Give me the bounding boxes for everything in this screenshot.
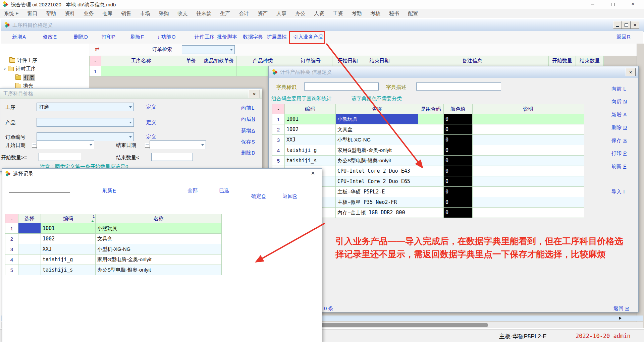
child-minimize-button[interactable] [613, 21, 622, 29]
header-is-combo[interactable]: 是组合码 [418, 104, 444, 114]
next-button[interactable]: 向后N [241, 116, 255, 122]
all-button[interactable]: 全部 [187, 187, 198, 194]
define-product-link[interactable]: 定义 [146, 119, 156, 126]
menu-item-window[interactable]: 窗口 [27, 10, 37, 17]
header-row-number[interactable]: - [89, 56, 101, 66]
tree-item-hourly[interactable]: ∨ 计时工序 [3, 66, 36, 72]
header-process-name[interactable]: 工序名称 [101, 56, 181, 66]
scroll-right-icon[interactable] [619, 317, 622, 320]
header-description[interactable]: 说明 [473, 104, 584, 114]
header-remarks[interactable]: 备注信息 [396, 56, 549, 66]
menu-item-accounts[interactable]: 往来款 [196, 10, 211, 17]
close-icon[interactable]: × [311, 169, 315, 177]
header-order-number[interactable]: 订单编号 [289, 56, 332, 66]
selected-button[interactable]: 已选 [219, 187, 229, 194]
table-row[interactable]: 1 1001 小熊玩具 [5, 223, 222, 234]
table-row[interactable]: 3 XXJ 小型机-XG-NG 0 [272, 135, 584, 145]
menu-item-hr[interactable]: 人事 [276, 10, 286, 17]
new-button[interactable]: 新增A [12, 34, 26, 40]
return-button[interactable]: 返回R [283, 193, 297, 199]
delete-button[interactable]: 删除D [74, 34, 88, 40]
menu-item-secretary[interactable]: 秘书 [389, 10, 399, 17]
table-row[interactable]: 2 1002 文具盒 [5, 234, 222, 244]
select-checkbox-cell[interactable] [18, 234, 41, 244]
header-product-type[interactable]: 产品种类 [237, 56, 289, 66]
dict-id-input[interactable] [304, 82, 379, 91]
menu-item-review[interactable]: 考核 [370, 10, 380, 17]
price-script-button[interactable]: 批价脚本 [217, 34, 237, 40]
product-combobox[interactable] [37, 118, 134, 127]
order-search-combobox[interactable] [182, 45, 235, 54]
process-combobox[interactable]: 打磨 [37, 103, 134, 111]
select-checkbox-cell[interactable] [18, 265, 41, 275]
child-close-button[interactable]: × [631, 21, 639, 29]
tree-item-grinding[interactable]: 打磨 [15, 74, 35, 81]
table-row[interactable]: 1 1001 小熊玩具 0 [272, 114, 584, 124]
prev-button[interactable]: 向前L [241, 105, 254, 111]
header-select[interactable]: 选择 [18, 214, 41, 223]
save-button[interactable]: 保存 S [611, 137, 627, 144]
save-button[interactable]: 保存S [241, 139, 255, 145]
menu-item-config[interactable]: 配置 [408, 10, 418, 17]
add-button[interactable]: 新增A [241, 127, 255, 134]
extended-attributes-button[interactable]: 扩展属性 [267, 34, 287, 40]
delete-button[interactable]: 删除D [241, 150, 255, 156]
close-icon[interactable]: × [631, 1, 635, 7]
menu-item-assets[interactable]: 资产 [258, 10, 268, 17]
tree-item-piecework[interactable]: 计件工序 [9, 57, 37, 64]
close-button[interactable]: × [249, 90, 260, 98]
refresh-button[interactable]: 刷新 F [611, 163, 626, 170]
function-button[interactable]: ↓ 功能O [157, 34, 175, 40]
menu-item-hcm[interactable]: 人资 [314, 10, 324, 17]
prev-button[interactable]: 向前 L [611, 86, 626, 92]
print-button[interactable]: 打印 P [611, 150, 627, 157]
header-code[interactable]: 编码1 [41, 214, 96, 223]
return-button[interactable]: 返回R [616, 34, 631, 40]
swap-icon[interactable]: ⇄ [95, 46, 99, 52]
header-row-number[interactable]: - [5, 214, 18, 223]
header-scrap-deduction[interactable]: 废品扣款单价 [201, 56, 237, 66]
start-qty-input[interactable] [39, 153, 81, 161]
filter-input[interactable] [9, 186, 70, 193]
refresh-button[interactable]: 刷新F [130, 34, 144, 40]
header-end-qty[interactable]: 结束数量 [576, 56, 604, 66]
menu-item-sales[interactable]: 销售 [121, 10, 131, 17]
end-qty-input[interactable] [151, 153, 193, 161]
select-checkbox-cell[interactable] [18, 244, 41, 254]
menu-item-attendance[interactable]: 考勤 [352, 10, 362, 17]
header-start-qty[interactable]: 开始数量 [549, 56, 576, 66]
table-row[interactable]: 3 XXJ 小型机-XG-NG [5, 244, 222, 254]
close-button[interactable]: × [626, 68, 636, 76]
menu-item-data[interactable]: 资料 [65, 10, 75, 17]
menu-item-office[interactable]: 办公 [295, 10, 305, 17]
delete-button[interactable]: 删除 D [611, 124, 627, 131]
next-button[interactable]: 向后 N [611, 99, 627, 105]
header-name[interactable]: 名称 [336, 104, 418, 114]
end-date-picker[interactable] [150, 140, 206, 149]
select-checkbox-cell[interactable] [18, 223, 41, 234]
menu-item-system[interactable]: 系统 F [4, 10, 18, 17]
ok-button[interactable]: 确定O [251, 193, 266, 199]
menu-item-warehouse[interactable]: 仓库 [102, 10, 112, 17]
menu-item-business[interactable]: 业务 [84, 10, 94, 17]
menu-item-purchase[interactable]: 采购 [159, 10, 169, 17]
header-row-number[interactable]: - [272, 104, 285, 114]
piecework-process-button[interactable]: 计件工序 [195, 34, 215, 40]
order-combobox[interactable] [37, 132, 134, 141]
child-restore-button[interactable] [622, 21, 631, 29]
expander-icon[interactable]: ∨ [3, 67, 6, 71]
table-row[interactable]: 4 taishiji_g 家用G型电脑-金奥-onlyit 0 [272, 145, 584, 156]
menu-item-market[interactable]: 市场 [140, 10, 150, 17]
menu-item-production[interactable]: 生产 [220, 10, 230, 17]
header-code[interactable]: 编码 [285, 104, 336, 114]
dict-desc-input[interactable] [416, 82, 501, 91]
define-order-link[interactable]: 定义 [146, 134, 156, 140]
table-row[interactable]: 2 1002 文具盒 0 [272, 124, 584, 135]
menu-item-accounting[interactable]: 会计 [239, 10, 249, 17]
header-color-value[interactable]: 颜色值 [444, 104, 473, 114]
refresh-button[interactable]: 刷新F [102, 187, 116, 194]
edit-button[interactable]: 修改E [43, 34, 57, 40]
add-button[interactable]: 新增 A [611, 112, 627, 118]
print-button[interactable]: 打印P [102, 34, 115, 40]
header-name[interactable]: 名称 [96, 214, 222, 223]
